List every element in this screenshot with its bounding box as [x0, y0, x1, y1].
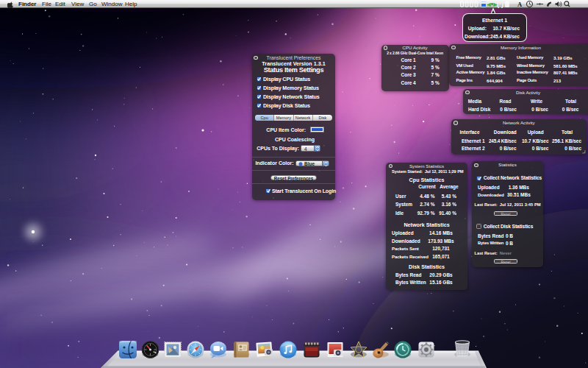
svg-text:(·): (·)	[497, 1, 503, 8]
svg-text:A: A	[517, 1, 523, 8]
